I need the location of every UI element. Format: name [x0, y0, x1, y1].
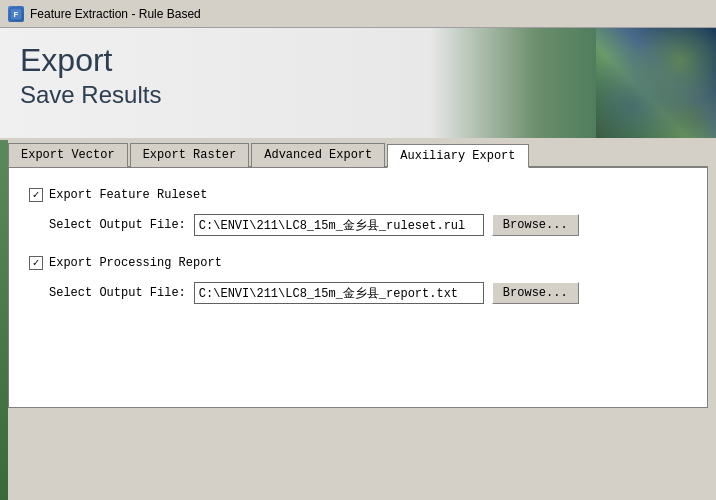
report-file-label: Select Output File: — [49, 286, 186, 300]
header-subtitle: Save Results — [20, 82, 161, 108]
ruleset-file-input[interactable] — [194, 214, 484, 236]
header-title: Export — [20, 43, 161, 78]
report-checkbox-label: Export Processing Report — [49, 256, 222, 270]
window-title: Feature Extraction - Rule Based — [30, 7, 201, 21]
tab-export-vector[interactable]: Export Vector — [8, 143, 128, 167]
title-bar: F Feature Extraction - Rule Based — [0, 0, 716, 28]
satellite-image — [596, 28, 716, 138]
ruleset-checkbox[interactable] — [29, 188, 43, 202]
report-file-input[interactable] — [194, 282, 484, 304]
app-icon: F — [8, 6, 24, 22]
tab-export-raster[interactable]: Export Raster — [130, 143, 250, 167]
ruleset-file-label: Select Output File: — [49, 218, 186, 232]
ruleset-file-row: Select Output File: Browse... — [29, 214, 687, 236]
report-checkbox[interactable] — [29, 256, 43, 270]
ruleset-checkbox-label: Export Feature Ruleset — [49, 188, 207, 202]
header-section: Export Save Results — [0, 28, 716, 138]
header-text: Export Save Results — [20, 43, 161, 109]
left-accent-bar — [0, 140, 8, 500]
report-checkbox-row: Export Processing Report — [29, 256, 687, 270]
ruleset-browse-button[interactable]: Browse... — [492, 214, 579, 236]
content-panel: Export Feature Ruleset Select Output Fil… — [8, 168, 708, 408]
report-file-row: Select Output File: Browse... — [29, 282, 687, 304]
ruleset-checkbox-row: Export Feature Ruleset — [29, 188, 687, 202]
tabs-container: Export Vector Export Raster Advanced Exp… — [8, 138, 708, 168]
tab-advanced-export[interactable]: Advanced Export — [251, 143, 385, 167]
svg-text:F: F — [14, 10, 19, 19]
report-browse-button[interactable]: Browse... — [492, 282, 579, 304]
tab-auxiliary-export[interactable]: Auxiliary Export — [387, 144, 528, 168]
